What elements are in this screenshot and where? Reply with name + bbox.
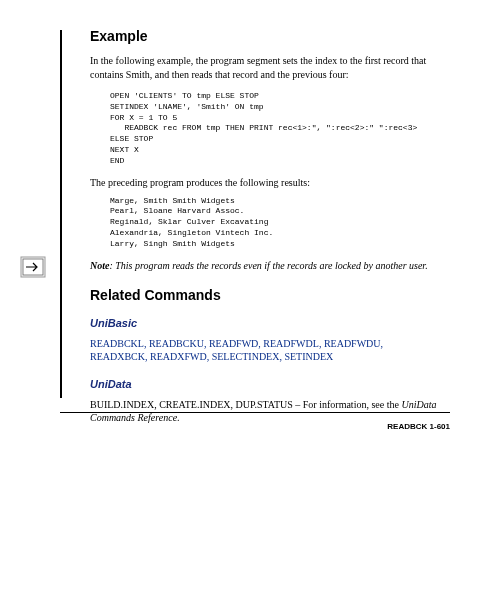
example-intro: In the following example, the program se… [90, 54, 450, 81]
unidata-text-plain: BUILD.INDEX, CREATE.INDEX, DUP.STATUS – … [90, 399, 401, 410]
subhead-unibasic: UniBasic [90, 317, 450, 329]
page-footer: READBCK 1-601 [387, 422, 450, 431]
results-intro: The preceding program produces the follo… [90, 177, 450, 188]
unibasic-links-line2: READXBCK, READXFWD, SELECTINDEX, SETINDE… [90, 351, 333, 362]
note-label: Note [90, 260, 109, 271]
heading-related: Related Commands [90, 287, 450, 303]
subhead-unidata: UniData [90, 378, 450, 390]
unibasic-links[interactable]: READBCKL, READBCKU, READFWD, READFWDL, R… [90, 337, 450, 364]
note-text: Note: This program reads the records eve… [90, 260, 450, 271]
note-arrow-icon [20, 256, 46, 278]
page-rule-vertical [60, 30, 62, 398]
heading-example: Example [90, 28, 450, 44]
example-code-block: OPEN 'CLIENTS' TO tmp ELSE STOP SETINDEX… [110, 91, 450, 167]
unidata-text-end: . [177, 412, 180, 423]
note-body: : This program reads the records even if… [109, 260, 427, 271]
results-output: Marge, Smith Smith Widgets Pearl, Sloane… [110, 196, 450, 250]
unibasic-links-line1: READBCKL, READBCKU, READFWD, READFWDL, R… [90, 338, 383, 349]
page-rule-horizontal [60, 412, 450, 413]
